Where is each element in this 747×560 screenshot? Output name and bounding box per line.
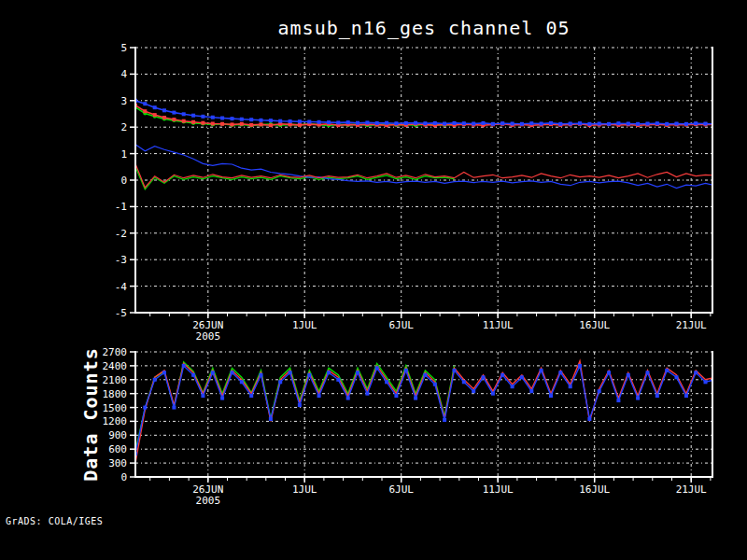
y-tick-label: 2100 [103,374,128,386]
y-tick-label: 1500 [103,402,128,414]
y-tick-label: 600 [108,443,127,455]
x-tick-label: 1JUL [292,319,317,331]
gridlines-bottom [135,352,712,477]
x-tick-label: 16JUL [579,319,610,331]
x-axis-bottom: 26JUN20051JUL6JUL11JUL16JUL21JUL [150,478,711,507]
y-tick-label: 300 [108,457,127,469]
x-tick-label: 11JUL [483,483,514,496]
grads-screen: -5-4-3-2-101234526JUN20051JUL6JUL11JUL16… [0,0,747,560]
x-tick-label: 11JUL [483,319,514,331]
y-tick-label: 0 [120,175,127,187]
chart-title: amsub_n16_ges channel 05 [278,17,571,39]
x-tick-label: 21JUL [676,319,707,331]
y-tick-label: 1200 [103,415,128,427]
y-tick-label: -2 [115,228,127,240]
series-lower-blue [135,145,715,189]
panel-bottom: 030060090012001500180021002400270026JUN2… [103,346,717,507]
y-axis-top: -5-4-3-2-1012345 [115,42,135,319]
y-tick-label: -4 [115,281,128,293]
x-tick-year-label: 2005 [196,330,221,343]
y-tick-label: 3 [120,95,127,107]
grads-watermark: GrADS: COLA/IGES [6,516,103,526]
y-tick-label: 4 [120,68,127,80]
gridlines-top [135,48,712,313]
x-tick-label: 1JUL [292,483,317,496]
series-upper-blue [134,99,717,126]
y-tick-label: 0 [120,471,127,483]
y-tick-label: -3 [115,254,127,266]
y-tick-label: 2400 [103,360,128,372]
y-tick-label: 2 [120,121,127,133]
panel-top: -5-4-3-2-101234526JUN20051JUL6JUL11JUL16… [115,42,717,343]
x-tick-label: 21JUL [676,483,707,496]
series-counts-blue [134,364,717,455]
series-counts-green [135,362,455,452]
y-tick-label: 5 [120,42,127,54]
y-tick-label: -1 [115,201,127,213]
y-tick-label: 900 [108,429,127,441]
x-tick-label: 6JUL [388,483,414,496]
x-tick-year-label: 2005 [196,495,221,507]
y-tick-label: 1800 [103,388,128,400]
y-axis-title: Data Counts [79,347,102,481]
y-tick-label: -5 [115,307,127,319]
frame-bottom [134,351,713,477]
y-tick-label: 2700 [103,346,128,358]
plot-canvas: -5-4-3-2-101234526JUN20051JUL6JUL11JUL16… [0,0,747,560]
x-axis-top: 26JUN20051JUL6JUL11JUL16JUL21JUL [150,314,711,343]
x-tick-label: 16JUL [579,483,610,496]
y-axis-bottom: 0300600900120015001800210024002700 [103,346,136,483]
x-tick-label: 6JUL [388,319,414,331]
y-tick-label: 1 [120,148,127,161]
